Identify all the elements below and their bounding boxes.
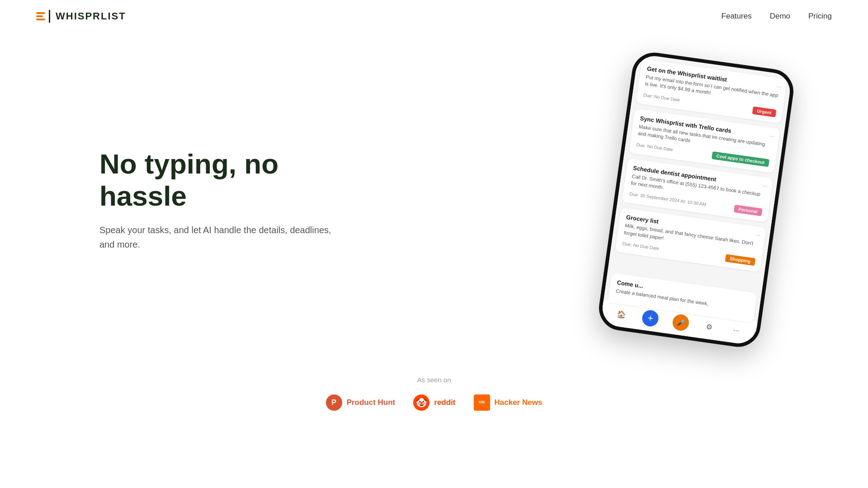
hacker-news-icon: HN	[474, 394, 490, 411]
nav-item-pricing[interactable]: Pricing	[808, 12, 832, 21]
logo-bar	[49, 10, 50, 23]
hero-subtitle: Speak your tasks, and let AI handle the …	[99, 223, 335, 252]
product-hunt-icon: P	[326, 394, 342, 411]
nav-links: Features Demo Pricing	[722, 12, 832, 21]
task-tag-1: Urgent	[752, 106, 776, 117]
badge-hacker-news[interactable]: HN Hacker News	[474, 394, 542, 411]
hero-title: No typing, no hassle	[99, 148, 335, 212]
phone-screen: ··· Get on the Whisprlist waitlist Put m…	[600, 54, 793, 346]
card-menu-3[interactable]: ···	[762, 182, 768, 189]
product-hunt-label: Product Hunt	[347, 398, 396, 407]
nav-item-features[interactable]: Features	[722, 12, 752, 21]
add-task-button[interactable]: +	[641, 309, 660, 328]
logo[interactable]: WHISPRLIST	[36, 10, 126, 23]
badge-product-hunt[interactable]: P Product Hunt	[326, 394, 396, 411]
nav-link-pricing[interactable]: Pricing	[808, 12, 832, 20]
card-menu-4[interactable]: ···	[755, 231, 761, 239]
nav-link-features[interactable]: Features	[722, 12, 752, 20]
reddit-label: reddit	[434, 398, 455, 407]
task-due-2: Due: No Due Date	[636, 142, 673, 152]
hero-left: No typing, no hassle Speak your tasks, a…	[99, 148, 335, 252]
hacker-news-label: Hacker News	[495, 398, 542, 407]
mic-button[interactable]: 🎤	[671, 314, 690, 332]
task-tag-3: Personal	[734, 205, 763, 216]
task-due-1: Due: No Due Date	[643, 92, 680, 102]
as-seen-label: As seen on	[0, 376, 868, 384]
hero-section: No typing, no hassle Speak your tasks, a…	[0, 33, 868, 358]
more-menu-icon[interactable]: ···	[729, 323, 744, 338]
home-icon[interactable]: 🏠	[614, 307, 629, 322]
logo-icon	[36, 12, 45, 20]
reddit-icon: 🤡	[413, 394, 429, 411]
task-tag-4: Shopping	[725, 254, 755, 266]
nav-item-demo[interactable]: Demo	[770, 12, 790, 21]
badge-reddit[interactable]: 🤡 reddit	[413, 394, 455, 411]
card-menu-1[interactable]: ···	[776, 82, 782, 90]
logo-text: WHISPRLIST	[56, 10, 126, 22]
task-due-4: Due: No Due Date	[622, 241, 659, 251]
badges-container: P Product Hunt 🤡 reddit HN Hacker News	[0, 394, 868, 411]
as-seen-on-section: As seen on P Product Hunt 🤡 reddit HN Ha…	[0, 358, 868, 438]
phone-frame: ··· Get on the Whisprlist waitlist Put m…	[596, 50, 797, 350]
navbar: WHISPRLIST Features Demo Pricing	[0, 0, 868, 33]
card-menu-2[interactable]: ···	[769, 132, 775, 140]
settings-icon[interactable]: ⚙	[702, 319, 717, 334]
phone-mockup: ··· Get on the Whisprlist waitlist Put m…	[596, 50, 797, 350]
nav-link-demo[interactable]: Demo	[770, 12, 790, 20]
